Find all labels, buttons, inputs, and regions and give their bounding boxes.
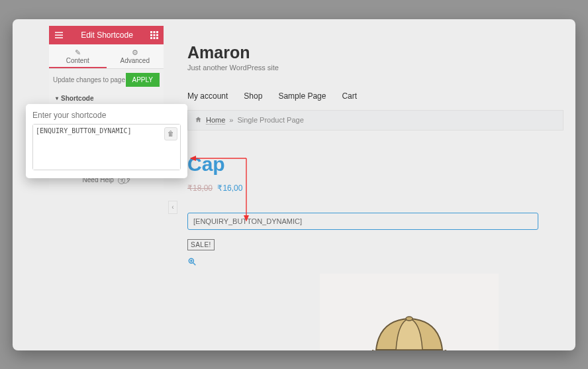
svg-point-13 — [406, 317, 413, 321]
breadcrumb-separator: » — [229, 116, 233, 124]
nav-shop[interactable]: Shop — [244, 91, 262, 101]
nav-sample-page[interactable]: Sample Page — [278, 91, 326, 101]
price-new: ₹16,00 — [215, 184, 242, 193]
shortcode-input[interactable] — [33, 125, 180, 170]
svg-line-10 — [193, 262, 196, 265]
svg-rect-0 — [150, 31, 152, 33]
update-label: Update changes to page — [53, 76, 125, 83]
app-window: Edit Shortcode ✎ Content ⚙ Advanced Upda… — [13, 19, 575, 350]
shortcode-section-label: Shortcode — [61, 95, 93, 102]
site-title: Amaron — [187, 43, 564, 62]
svg-rect-5 — [156, 34, 158, 36]
tab-content-label: Content — [49, 57, 107, 64]
zoom-icon[interactable] — [187, 257, 564, 268]
hamburger-icon[interactable] — [54, 31, 64, 39]
nav-my-account[interactable]: My account — [187, 91, 228, 101]
clear-shortcode-button[interactable]: 🗑 — [164, 127, 177, 140]
home-icon — [195, 116, 202, 125]
grid-icon[interactable] — [150, 31, 158, 39]
cap-illustration — [356, 300, 462, 350]
tab-advanced-label: Advanced — [107, 57, 164, 64]
site-tagline: Just another WordPress site — [187, 64, 564, 72]
svg-rect-2 — [156, 31, 158, 33]
editor-tabs: ✎ Content ⚙ Advanced — [49, 44, 164, 69]
apply-button[interactable]: APPLY — [126, 73, 160, 87]
breadcrumb: Home » Single Product Page — [187, 110, 564, 131]
main-nav: My account Shop Sample Page Cart — [187, 91, 564, 101]
shortcode-render-target[interactable]: [ENQUIRY_BUTTON_DYNAMIC] — [187, 213, 538, 230]
svg-rect-4 — [154, 34, 156, 36]
tab-content[interactable]: ✎ Content — [49, 44, 107, 68]
pencil-icon: ✎ — [49, 48, 107, 57]
page-preview: Amaron Just another WordPress site My ac… — [187, 43, 564, 350]
svg-rect-8 — [156, 37, 158, 39]
shortcode-popup: Enter your shortcode 🗑 — [26, 104, 187, 178]
product-title: Cap — [187, 153, 564, 176]
gear-icon: ⚙ — [107, 48, 164, 57]
tab-advanced[interactable]: ⚙ Advanced — [107, 44, 164, 68]
breadcrumb-home[interactable]: Home — [206, 116, 225, 125]
chevron-left-icon: ‹ — [172, 203, 173, 211]
breadcrumb-current: Single Product Page — [237, 116, 303, 124]
svg-rect-1 — [154, 31, 156, 33]
svg-rect-3 — [150, 34, 152, 36]
popup-label: Enter your shortcode — [32, 111, 181, 120]
svg-rect-7 — [154, 37, 156, 39]
price-old: ₹18,00 — [187, 184, 213, 193]
editor-title: Edit Shortcode — [81, 30, 133, 40]
svg-rect-6 — [150, 37, 152, 39]
nav-cart[interactable]: Cart — [342, 91, 357, 101]
sale-badge: SALE! — [187, 239, 215, 250]
collapse-sidebar-button[interactable]: ‹ — [168, 201, 177, 214]
trash-icon: 🗑 — [168, 130, 174, 137]
update-row: Update changes to page APPLY — [49, 69, 164, 91]
price-row: ₹18,00 ₹16,00 — [187, 184, 564, 193]
editor-header: Edit Shortcode — [49, 26, 164, 44]
product-image — [320, 274, 499, 350]
popup-textarea-wrap: 🗑 — [32, 124, 181, 170]
